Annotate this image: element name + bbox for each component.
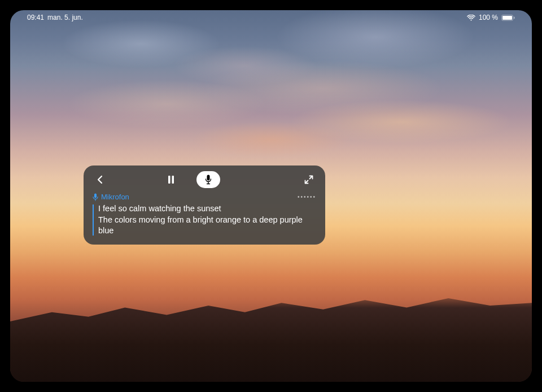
pause-button[interactable] [163,171,180,188]
wallpaper-mountains [10,289,532,382]
svg-rect-10 [94,193,97,198]
transcript-indicator-bar [93,204,94,236]
microphone-button[interactable] [196,171,220,188]
back-button[interactable] [91,171,108,188]
screen: 09:41 man. 5. jun. 100 % [10,10,532,382]
source-row: Mikrofon •••••• [93,193,316,201]
svg-rect-5 [207,175,210,181]
waveform-indicator: •••••• [298,194,316,200]
status-bar: 09:41 man. 5. jun. 100 % [10,14,532,21]
microphone-icon [93,193,98,201]
status-time: 09:41 [27,14,44,21]
transcript-line-1: I feel so calm watching the sunset [98,203,316,215]
svg-line-8 [310,176,313,179]
svg-rect-4 [172,176,174,184]
transcript-line-2: The colors moving from a bright orange t… [98,215,316,237]
ipad-frame: 09:41 man. 5. jun. 100 % [0,0,542,392]
svg-line-9 [305,181,308,184]
wifi-icon [467,15,475,21]
status-date: man. 5. jun. [47,14,83,21]
caption-content: Mikrofon •••••• I feel so calm watching … [84,193,325,245]
source-label: Mikrofon [101,193,129,201]
svg-rect-3 [168,176,171,184]
live-captions-panel[interactable]: Mikrofon •••••• I feel so calm watching … [84,165,325,245]
transcript-block: I feel so calm watching the sunset The c… [93,203,316,237]
svg-rect-1 [502,16,512,20]
svg-rect-2 [514,16,515,19]
expand-button[interactable] [300,171,317,188]
battery-icon [501,15,515,21]
battery-percentage: 100 % [479,14,498,21]
caption-toolbar [84,165,325,193]
